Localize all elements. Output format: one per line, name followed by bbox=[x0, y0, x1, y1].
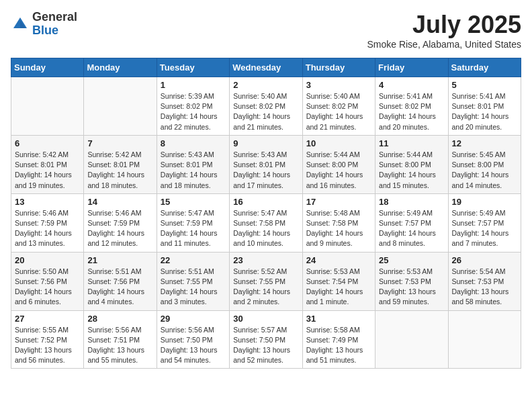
page-header: General Blue July 2025 Smoke Rise, Alaba… bbox=[11, 11, 521, 50]
day-of-week-header: Monday bbox=[84, 58, 157, 77]
calendar-day-cell: 8Sunrise: 5:43 AM Sunset: 8:01 PM Daylig… bbox=[157, 135, 229, 193]
calendar-day-cell: 18Sunrise: 5:49 AM Sunset: 7:57 PM Dayli… bbox=[375, 193, 448, 252]
calendar-day-cell bbox=[84, 77, 157, 136]
calendar-day-cell: 1Sunrise: 5:39 AM Sunset: 8:02 PM Daylig… bbox=[157, 77, 229, 136]
calendar-day-cell: 20Sunrise: 5:50 AM Sunset: 7:56 PM Dayli… bbox=[11, 252, 84, 310]
day-info: Sunrise: 5:49 AM Sunset: 7:57 PM Dayligh… bbox=[452, 208, 517, 249]
calendar-day-cell: 24Sunrise: 5:53 AM Sunset: 7:54 PM Dayli… bbox=[302, 252, 375, 310]
day-number: 31 bbox=[306, 314, 371, 324]
calendar-day-cell: 22Sunrise: 5:51 AM Sunset: 7:55 PM Dayli… bbox=[157, 252, 229, 310]
calendar-day-cell: 30Sunrise: 5:57 AM Sunset: 7:50 PM Dayli… bbox=[230, 310, 302, 369]
day-number: 9 bbox=[233, 138, 298, 148]
day-info: Sunrise: 5:42 AM Sunset: 8:01 PM Dayligh… bbox=[15, 150, 80, 191]
calendar-week-row: 13Sunrise: 5:46 AM Sunset: 7:59 PM Dayli… bbox=[11, 193, 521, 252]
calendar-week-row: 20Sunrise: 5:50 AM Sunset: 7:56 PM Dayli… bbox=[11, 252, 521, 310]
logo: General Blue bbox=[11, 11, 77, 38]
day-info: Sunrise: 5:44 AM Sunset: 8:00 PM Dayligh… bbox=[306, 150, 371, 191]
calendar-day-cell: 15Sunrise: 5:47 AM Sunset: 7:59 PM Dayli… bbox=[157, 193, 229, 252]
day-info: Sunrise: 5:56 AM Sunset: 7:51 PM Dayligh… bbox=[87, 325, 152, 366]
calendar-day-cell bbox=[375, 310, 448, 369]
calendar-day-cell: 7Sunrise: 5:42 AM Sunset: 8:01 PM Daylig… bbox=[84, 135, 157, 193]
day-info: Sunrise: 5:56 AM Sunset: 7:50 PM Dayligh… bbox=[161, 325, 226, 366]
day-number: 24 bbox=[306, 255, 371, 265]
calendar-day-cell: 28Sunrise: 5:56 AM Sunset: 7:51 PM Dayli… bbox=[84, 310, 157, 369]
calendar-day-cell: 31Sunrise: 5:58 AM Sunset: 7:49 PM Dayli… bbox=[302, 310, 375, 369]
day-number: 6 bbox=[15, 138, 80, 148]
calendar-day-cell: 16Sunrise: 5:47 AM Sunset: 7:58 PM Dayli… bbox=[230, 193, 302, 252]
calendar-day-cell: 19Sunrise: 5:49 AM Sunset: 7:57 PM Dayli… bbox=[448, 193, 521, 252]
day-number: 7 bbox=[87, 138, 152, 148]
month-title: July 2025 bbox=[367, 11, 521, 39]
day-info: Sunrise: 5:42 AM Sunset: 8:01 PM Dayligh… bbox=[87, 150, 152, 191]
calendar-day-cell: 10Sunrise: 5:44 AM Sunset: 8:00 PM Dayli… bbox=[302, 135, 375, 193]
day-info: Sunrise: 5:47 AM Sunset: 7:58 PM Dayligh… bbox=[233, 208, 298, 249]
calendar-day-cell: 27Sunrise: 5:55 AM Sunset: 7:52 PM Dayli… bbox=[11, 310, 84, 369]
calendar-day-cell bbox=[448, 310, 521, 369]
calendar-day-cell: 5Sunrise: 5:41 AM Sunset: 8:01 PM Daylig… bbox=[448, 77, 521, 136]
title-block: July 2025 Smoke Rise, Alabama, United St… bbox=[367, 11, 521, 50]
calendar-day-cell: 3Sunrise: 5:40 AM Sunset: 8:02 PM Daylig… bbox=[302, 77, 375, 136]
calendar-day-cell: 25Sunrise: 5:53 AM Sunset: 7:53 PM Dayli… bbox=[375, 252, 448, 310]
calendar-table: SundayMondayTuesdayWednesdayThursdayFrid… bbox=[11, 58, 521, 369]
day-number: 28 bbox=[87, 314, 152, 324]
day-of-week-header: Wednesday bbox=[230, 58, 302, 77]
day-of-week-header: Thursday bbox=[302, 58, 375, 77]
day-info: Sunrise: 5:57 AM Sunset: 7:50 PM Dayligh… bbox=[233, 325, 298, 366]
day-number: 19 bbox=[452, 197, 517, 207]
day-number: 4 bbox=[379, 80, 444, 90]
calendar-week-row: 1Sunrise: 5:39 AM Sunset: 8:02 PM Daylig… bbox=[11, 77, 521, 136]
day-number: 10 bbox=[306, 138, 371, 148]
day-number: 25 bbox=[379, 255, 444, 265]
calendar-day-cell: 12Sunrise: 5:45 AM Sunset: 8:00 PM Dayli… bbox=[448, 135, 521, 193]
day-number: 13 bbox=[15, 197, 80, 207]
location: Smoke Rise, Alabama, United States bbox=[367, 39, 521, 50]
day-info: Sunrise: 5:49 AM Sunset: 7:57 PM Dayligh… bbox=[379, 208, 444, 249]
day-number: 21 bbox=[87, 255, 152, 265]
day-info: Sunrise: 5:40 AM Sunset: 8:02 PM Dayligh… bbox=[306, 91, 371, 132]
calendar-week-row: 6Sunrise: 5:42 AM Sunset: 8:01 PM Daylig… bbox=[11, 135, 521, 193]
day-number: 2 bbox=[233, 80, 298, 90]
day-number: 23 bbox=[233, 255, 298, 265]
day-of-week-header: Sunday bbox=[11, 58, 84, 77]
calendar-day-cell: 6Sunrise: 5:42 AM Sunset: 8:01 PM Daylig… bbox=[11, 135, 84, 193]
day-info: Sunrise: 5:50 AM Sunset: 7:56 PM Dayligh… bbox=[15, 267, 80, 308]
day-info: Sunrise: 5:43 AM Sunset: 8:01 PM Dayligh… bbox=[233, 150, 298, 191]
calendar-day-cell: 2Sunrise: 5:40 AM Sunset: 8:02 PM Daylig… bbox=[230, 77, 302, 136]
calendar-day-cell: 21Sunrise: 5:51 AM Sunset: 7:56 PM Dayli… bbox=[84, 252, 157, 310]
day-info: Sunrise: 5:58 AM Sunset: 7:49 PM Dayligh… bbox=[306, 325, 371, 366]
day-info: Sunrise: 5:52 AM Sunset: 7:55 PM Dayligh… bbox=[233, 267, 298, 308]
day-info: Sunrise: 5:51 AM Sunset: 7:56 PM Dayligh… bbox=[87, 267, 152, 308]
day-info: Sunrise: 5:47 AM Sunset: 7:59 PM Dayligh… bbox=[161, 208, 226, 249]
day-info: Sunrise: 5:53 AM Sunset: 7:54 PM Dayligh… bbox=[306, 267, 371, 308]
day-info: Sunrise: 5:53 AM Sunset: 7:53 PM Dayligh… bbox=[379, 267, 444, 308]
day-number: 5 bbox=[452, 80, 517, 90]
calendar-day-cell: 26Sunrise: 5:54 AM Sunset: 7:53 PM Dayli… bbox=[448, 252, 521, 310]
day-number: 11 bbox=[379, 138, 444, 148]
day-number: 20 bbox=[15, 255, 80, 265]
day-info: Sunrise: 5:45 AM Sunset: 8:00 PM Dayligh… bbox=[452, 150, 517, 191]
day-of-week-header: Tuesday bbox=[157, 58, 229, 77]
day-number: 16 bbox=[233, 197, 298, 207]
day-number: 15 bbox=[161, 197, 226, 207]
day-number: 29 bbox=[161, 314, 226, 324]
logo-text: General Blue bbox=[32, 11, 77, 38]
day-info: Sunrise: 5:39 AM Sunset: 8:02 PM Dayligh… bbox=[161, 91, 226, 132]
calendar-day-cell: 14Sunrise: 5:46 AM Sunset: 7:59 PM Dayli… bbox=[84, 193, 157, 252]
logo-general: General bbox=[32, 10, 77, 24]
calendar-day-cell: 9Sunrise: 5:43 AM Sunset: 8:01 PM Daylig… bbox=[230, 135, 302, 193]
day-info: Sunrise: 5:51 AM Sunset: 7:55 PM Dayligh… bbox=[161, 267, 226, 308]
logo-blue: Blue bbox=[32, 24, 58, 37]
day-number: 27 bbox=[15, 314, 80, 324]
day-of-week-header: Friday bbox=[375, 58, 448, 77]
day-info: Sunrise: 5:48 AM Sunset: 7:58 PM Dayligh… bbox=[306, 208, 371, 249]
calendar-day-cell: 23Sunrise: 5:52 AM Sunset: 7:55 PM Dayli… bbox=[230, 252, 302, 310]
day-info: Sunrise: 5:55 AM Sunset: 7:52 PM Dayligh… bbox=[15, 325, 80, 366]
day-info: Sunrise: 5:43 AM Sunset: 8:01 PM Dayligh… bbox=[161, 150, 226, 191]
calendar-day-cell: 4Sunrise: 5:41 AM Sunset: 8:02 PM Daylig… bbox=[375, 77, 448, 136]
calendar-day-cell: 17Sunrise: 5:48 AM Sunset: 7:58 PM Dayli… bbox=[302, 193, 375, 252]
calendar-day-cell bbox=[11, 77, 84, 136]
day-number: 1 bbox=[161, 80, 226, 90]
calendar-day-cell: 29Sunrise: 5:56 AM Sunset: 7:50 PM Dayli… bbox=[157, 310, 229, 369]
day-info: Sunrise: 5:46 AM Sunset: 7:59 PM Dayligh… bbox=[87, 208, 152, 249]
calendar-week-row: 27Sunrise: 5:55 AM Sunset: 7:52 PM Dayli… bbox=[11, 310, 521, 369]
